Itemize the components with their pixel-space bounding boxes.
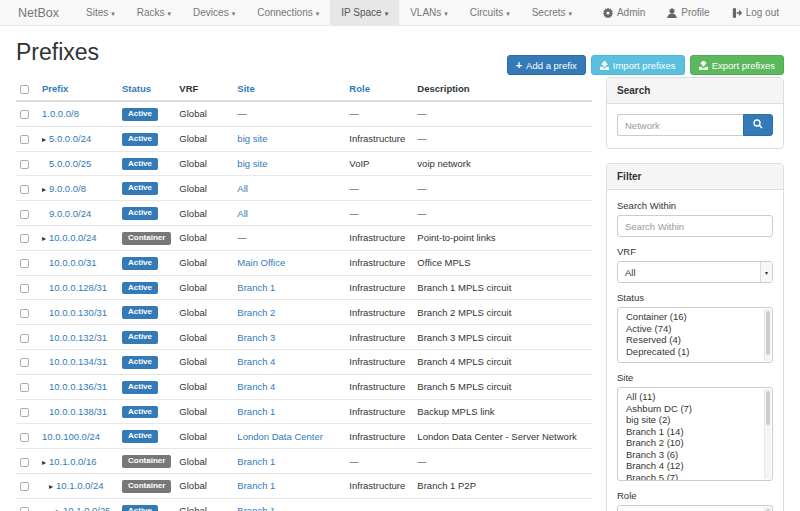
site-link[interactable]: All	[237, 208, 248, 219]
search-within-input[interactable]	[617, 215, 773, 237]
site-option[interactable]: Branch 5 (7)	[618, 472, 772, 482]
sort-link-role[interactable]: Role	[349, 83, 370, 94]
prefix-link[interactable]: 10.0.0.0/24	[49, 232, 97, 243]
nav-item-sites[interactable]: Sites▾	[75, 0, 126, 25]
site-link[interactable]: Branch 2	[237, 307, 275, 318]
nav-item-circuits[interactable]: Circuits▾	[459, 0, 521, 25]
role-scrollbar[interactable]	[764, 507, 771, 511]
row-checkbox[interactable]	[20, 358, 29, 367]
prefix-link[interactable]: 10.1.0.0/16	[49, 456, 97, 467]
site-link[interactable]: London Data Center	[237, 431, 323, 442]
site-option[interactable]: Branch 1 (14)	[618, 426, 772, 438]
site-option[interactable]: big site (2)	[618, 414, 772, 426]
row-checkbox[interactable]	[20, 408, 29, 417]
select-all-checkbox[interactable]	[20, 85, 29, 94]
search-input[interactable]	[617, 114, 743, 136]
prefix-link[interactable]: 1.0.0.0/8	[42, 108, 79, 119]
status-option[interactable]: Active (74)	[618, 323, 772, 335]
site-link[interactable]: Branch 1	[237, 282, 275, 293]
row-checkbox[interactable]	[20, 309, 29, 318]
site-option[interactable]: All (11)	[618, 391, 772, 403]
row-checkbox[interactable]	[20, 135, 29, 144]
site-link[interactable]: Branch 3	[237, 332, 275, 343]
role-listbox[interactable]: Infrastructure (25)Management (8)Private…	[617, 505, 773, 511]
nav-item-admin[interactable]: Admin	[592, 0, 656, 25]
prefix-link[interactable]: 10.0.0.0/31	[49, 257, 97, 268]
status-badge: Active	[122, 182, 158, 195]
site-link[interactable]: Branch 1	[237, 480, 275, 491]
description-cell: Backup MPLS link	[417, 406, 494, 417]
site-link[interactable]: Branch 4	[237, 356, 275, 367]
export-prefixes-button[interactable]: Export prefixes	[690, 55, 784, 75]
prefix-link[interactable]: 10.0.0.134/31	[49, 356, 107, 367]
nav-item-vlans[interactable]: VLANs▾	[399, 0, 459, 25]
app-brand[interactable]: NetBox	[0, 0, 75, 25]
prefix-link[interactable]: 10.0.0.136/31	[49, 381, 107, 392]
nav-item-racks[interactable]: Racks▾	[126, 0, 182, 25]
row-checkbox[interactable]	[20, 284, 29, 293]
import-prefixes-button[interactable]: Import prefixes	[591, 55, 685, 75]
site-option[interactable]: Ashburn DC (7)	[618, 403, 772, 415]
prefix-link[interactable]: 5.0.0.0/24	[49, 133, 91, 144]
nav-item-log-out[interactable]: Log out	[721, 0, 790, 25]
nav-item-devices[interactable]: Devices▾	[182, 0, 246, 25]
row-checkbox[interactable]	[20, 507, 29, 511]
site-link[interactable]: big site	[237, 158, 267, 169]
nav-item-secrets[interactable]: Secrets▾	[521, 0, 583, 25]
row-checkbox[interactable]	[20, 210, 29, 219]
row-checkbox[interactable]	[20, 383, 29, 392]
add-prefix-button[interactable]: + Add a prefix	[507, 55, 586, 75]
nav-item-profile[interactable]: Profile	[656, 0, 720, 25]
site-link[interactable]: Branch 1	[237, 456, 275, 467]
status-listbox[interactable]: Container (16)Active (74)Reserved (4)Dep…	[617, 307, 773, 363]
row-checkbox[interactable]	[20, 160, 29, 169]
prefix-link[interactable]: 10.0.0.132/31	[49, 332, 107, 343]
site-link[interactable]: Branch 1	[237, 505, 275, 511]
chevron-down-icon: ▾	[385, 10, 389, 17]
prefix-link[interactable]: 9.0.0.0/24	[49, 208, 91, 219]
prefix-link[interactable]: 10.0.0.138/31	[49, 406, 107, 417]
row-checkbox[interactable]	[20, 185, 29, 194]
vrf-cell: Global	[175, 101, 233, 126]
status-option[interactable]: Container (16)	[618, 311, 772, 323]
vrf-select[interactable]: All ▾	[617, 261, 773, 283]
row-checkbox[interactable]	[20, 110, 29, 119]
navbar: NetBox Sites▾Racks▾Devices▾Connections▾I…	[0, 0, 800, 26]
prefix-table: PrefixStatusVRFSiteRoleDescription 1.0.0…	[16, 77, 592, 511]
row-checkbox[interactable]	[20, 433, 29, 442]
site-option[interactable]: Branch 4 (12)	[618, 460, 772, 472]
site-option[interactable]: Branch 2 (10)	[618, 437, 772, 449]
site-link[interactable]: Main Office	[237, 257, 285, 268]
vrf-cell: Global	[175, 473, 233, 498]
prefix-link[interactable]: 10.1.0.0/24	[56, 480, 104, 491]
sort-link-prefix[interactable]: Prefix	[42, 83, 68, 94]
nav-item-connections[interactable]: Connections▾	[246, 0, 330, 25]
status-scrollbar[interactable]	[764, 309, 771, 361]
prefix-link[interactable]: 10.1.0.0/25	[63, 505, 111, 511]
row-checkbox[interactable]	[20, 234, 29, 243]
prefix-link[interactable]: 10.0.100.0/24	[42, 431, 100, 442]
nav-item-ip-space[interactable]: IP Space▾	[330, 0, 399, 25]
prefix-link[interactable]: 5.0.0.0/25	[49, 158, 91, 169]
empty-value: —	[417, 456, 427, 467]
site-link[interactable]: All	[237, 183, 248, 194]
search-button[interactable]	[743, 114, 773, 136]
site-link[interactable]: big site	[237, 133, 267, 144]
row-checkbox[interactable]	[20, 482, 29, 491]
site-option[interactable]: Branch 3 (6)	[618, 449, 772, 461]
status-badge: Active	[122, 158, 158, 171]
prefix-link[interactable]: 10.0.0.130/31	[49, 307, 107, 318]
site-listbox[interactable]: All (11)Ashburn DC (7)big site (2)Branch…	[617, 387, 773, 481]
site-link[interactable]: Branch 4	[237, 381, 275, 392]
status-option[interactable]: Deprecated (1)	[618, 346, 772, 358]
site-link[interactable]: Branch 1	[237, 406, 275, 417]
prefix-link[interactable]: 10.0.0.128/31	[49, 282, 107, 293]
row-checkbox[interactable]	[20, 259, 29, 268]
prefix-link[interactable]: 9.0.0.0/8	[49, 183, 86, 194]
sort-link-site[interactable]: Site	[237, 83, 254, 94]
status-option[interactable]: Reserved (4)	[618, 334, 772, 346]
row-checkbox[interactable]	[20, 334, 29, 343]
sort-link-status[interactable]: Status	[122, 83, 151, 94]
row-checkbox[interactable]	[20, 458, 29, 467]
site-scrollbar[interactable]	[764, 389, 771, 479]
